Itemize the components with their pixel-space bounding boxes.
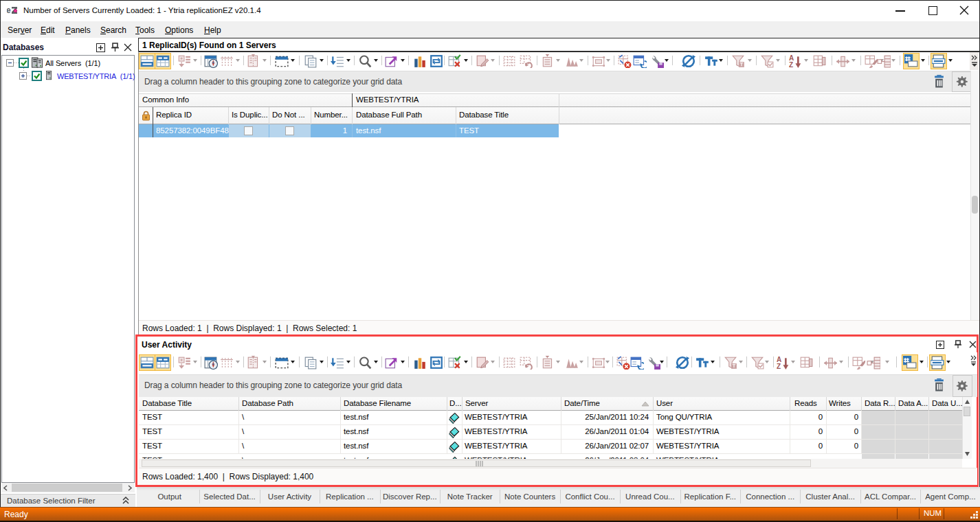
svg-text:e: e <box>7 5 11 15</box>
